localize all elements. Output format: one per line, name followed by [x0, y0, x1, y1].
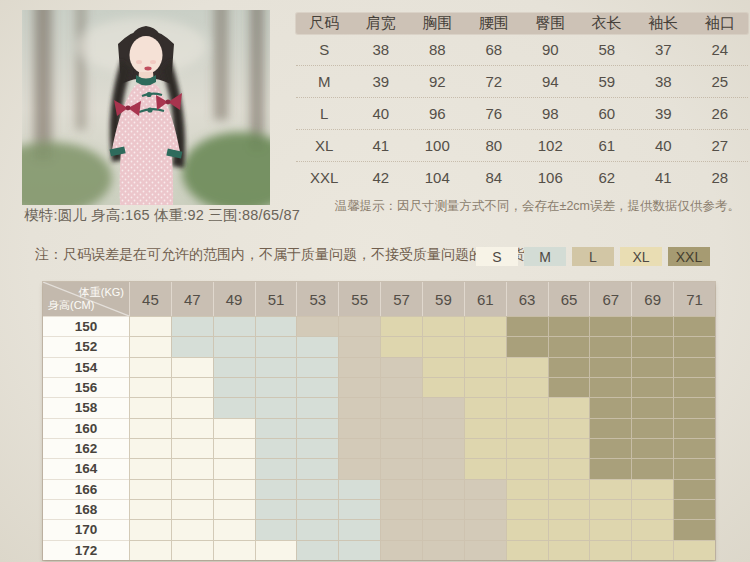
size-cell-m — [255, 458, 297, 478]
size-cell-m — [255, 316, 297, 336]
size-cell-xxl — [631, 438, 673, 458]
weight-header-cell: 69 — [631, 282, 673, 316]
size-cell-s — [129, 438, 171, 458]
size-cell-xl — [589, 499, 631, 519]
size-cell-m — [296, 519, 338, 539]
size-value: 42 — [353, 169, 410, 186]
height-header-cell: 164 — [43, 458, 129, 478]
size-cell-xxl — [673, 438, 715, 458]
size-value: 88 — [409, 41, 466, 58]
size-table-header: 袖口 — [692, 14, 749, 33]
size-cell-l — [422, 397, 464, 417]
size-cell-s — [129, 519, 171, 539]
size-cell-l — [422, 418, 464, 438]
size-cell-xxl — [548, 357, 590, 377]
size-cell-s — [129, 540, 171, 560]
size-table-header: 胸围 — [409, 14, 466, 33]
page-background: 模特:圆儿 身高:165 体重:92 三围:88/65/87 尺码肩宽胸围腰围臀… — [0, 0, 750, 562]
size-cell-xl — [548, 519, 590, 539]
size-cell-l — [380, 540, 422, 560]
size-cell-m — [255, 357, 297, 377]
size-cell-xl — [464, 336, 506, 356]
size-cell-l — [380, 438, 422, 458]
size-cell-m — [255, 377, 297, 397]
legend-item-s: S — [476, 247, 518, 266]
size-value: 104 — [409, 169, 466, 186]
size-cell-s — [129, 418, 171, 438]
size-cell-m — [338, 499, 380, 519]
axis-corner-cell: 体重(KG) 身高(CM) — [43, 282, 129, 316]
size-value: 76 — [466, 105, 523, 122]
size-value: 96 — [409, 105, 466, 122]
size-table-row: XL4110080102614027 — [296, 129, 748, 161]
size-cell-xxl — [589, 438, 631, 458]
size-value: 41 — [635, 169, 692, 186]
size-value: 60 — [579, 105, 636, 122]
size-cell-m — [296, 458, 338, 478]
height-header-cell: 150 — [43, 316, 129, 336]
size-color-legend: SMLXLXXL — [476, 247, 710, 266]
size-cell-xxl — [673, 357, 715, 377]
size-cell-m — [296, 377, 338, 397]
size-value: 62 — [579, 169, 636, 186]
size-table-body: S38886890583724M39927294593825L409676986… — [296, 34, 748, 193]
size-cell-s — [171, 397, 213, 417]
size-table-row: M39927294593825 — [296, 65, 748, 97]
size-cell-xxl — [548, 316, 590, 336]
y-axis-label: 身高(CM) — [48, 298, 94, 313]
size-cell-s — [213, 499, 255, 519]
size-cell-xl — [548, 397, 590, 417]
size-cell-xl — [631, 519, 673, 539]
size-cell-m — [296, 479, 338, 499]
chart-row: 166 — [43, 479, 715, 499]
legend-item-m: M — [524, 247, 566, 266]
legend-label: S — [492, 249, 501, 265]
size-cell-xl — [506, 479, 548, 499]
size-cell-s — [129, 316, 171, 336]
size-cell-xxl — [589, 418, 631, 438]
legend-item-xxl: XXL — [668, 247, 710, 266]
size-table-header: 尺码 — [296, 14, 353, 33]
height-header-cell: 156 — [43, 377, 129, 397]
size-cell-l — [380, 377, 422, 397]
size-table-row: XXL4210484106624128 — [296, 161, 748, 193]
size-cell-xl — [380, 316, 422, 336]
size-cell-m — [296, 499, 338, 519]
size-cell-s — [129, 377, 171, 397]
size-cell-m — [213, 316, 255, 336]
chart-header-row: 体重(KG) 身高(CM) 45474951535557596163656769… — [43, 282, 715, 316]
size-cell-l — [380, 479, 422, 499]
legend-label: XXL — [676, 249, 702, 265]
size-cell-m — [255, 397, 297, 417]
size-value: 41 — [353, 137, 410, 154]
size-cell-s — [213, 458, 255, 478]
chart-row: 170 — [43, 519, 715, 539]
size-cell-l — [380, 357, 422, 377]
size-cell-xl — [464, 316, 506, 336]
chart-body: 150152154156158160162164166168170172 — [43, 316, 715, 560]
size-cell-m — [255, 519, 297, 539]
size-value: 98 — [522, 105, 579, 122]
size-cell-xxl — [506, 316, 548, 336]
size-value: 61 — [579, 137, 636, 154]
size-cell-xxl — [673, 499, 715, 519]
size-cell-s — [129, 336, 171, 356]
size-value: 106 — [522, 169, 579, 186]
height-header-cell: 166 — [43, 479, 129, 499]
weight-header-cell: 53 — [296, 282, 338, 316]
size-cell-s — [213, 479, 255, 499]
size-cell-s — [171, 458, 213, 478]
size-cell-m — [338, 540, 380, 560]
size-cell-l — [338, 397, 380, 417]
weight-header-cell: 61 — [464, 282, 506, 316]
size-table-header-row: 尺码肩宽胸围腰围臀围衣长袖长袖口 — [296, 13, 748, 34]
size-cell-s — [171, 418, 213, 438]
size-cell-s — [171, 499, 213, 519]
chart-row: 152 — [43, 336, 715, 356]
size-cell-l — [422, 458, 464, 478]
size-label: S — [296, 41, 353, 58]
size-table-header: 袖长 — [635, 14, 692, 33]
size-value: 59 — [579, 73, 636, 90]
size-value: 25 — [692, 73, 749, 90]
size-cell-xxl — [631, 336, 673, 356]
